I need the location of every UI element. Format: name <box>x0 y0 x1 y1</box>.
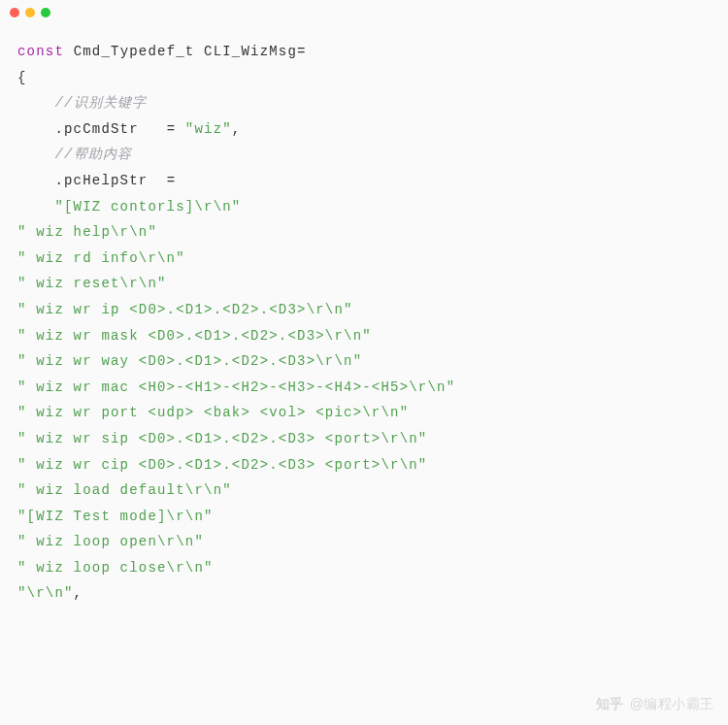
string-line: " wiz wr cip <D0>.<D1>.<D2>.<D3> <port>\… <box>17 457 427 473</box>
comment-keyid: //识别关键字 <box>54 95 147 111</box>
comment-help: //帮助内容 <box>54 147 132 162</box>
string-line: " wiz wr ip <D0>.<D1>.<D2>.<D3>\r\n" <box>17 302 353 317</box>
type-name: Cmd_Typedef_t <box>74 44 195 59</box>
string-line: "[WIZ Test mode]\r\n" <box>17 509 214 524</box>
comma: , <box>74 585 83 601</box>
close-icon[interactable] <box>10 8 19 17</box>
string-wiz: "wiz" <box>185 121 232 137</box>
string-line: " wiz rd info\r\n" <box>17 250 185 266</box>
string-line: " wiz wr mask <D0>.<D1>.<D2>.<D3>\r\n" <box>17 328 372 344</box>
window-titlebar <box>0 0 728 25</box>
string-head: "[WIZ contorls]\r\n" <box>54 199 241 214</box>
string-last: "\r\n" <box>17 585 74 601</box>
pad <box>139 121 167 137</box>
equals-op: = <box>297 44 307 59</box>
equals: = <box>167 121 185 137</box>
zoom-icon[interactable] <box>41 8 50 17</box>
equals: = <box>167 173 177 188</box>
string-line: " wiz load default\r\n" <box>17 482 232 498</box>
string-line: " wiz loop close\r\n" <box>17 560 214 576</box>
pad <box>148 173 166 188</box>
keyword-const: const <box>17 44 64 59</box>
string-line: " wiz wr way <D0>.<D1>.<D2>.<D3>\r\n" <box>17 353 362 369</box>
string-line: " wiz wr sip <D0>.<D1>.<D2>.<D3> <port>\… <box>17 431 427 446</box>
zhihu-icon: 知乎 <box>596 691 624 717</box>
string-line: " wiz help\r\n" <box>17 224 157 240</box>
string-line: " wiz reset\r\n" <box>17 276 167 291</box>
string-line: " wiz loop open\r\n" <box>17 534 204 549</box>
field-cmdstr: .pcCmdStr <box>54 121 138 137</box>
string-line: " wiz wr mac <H0>-<H1>-<H2>-<H3>-<H4>-<H… <box>17 379 455 395</box>
variable-name: CLI_WizMsg <box>204 44 297 59</box>
minimize-icon[interactable] <box>25 8 35 17</box>
comma: , <box>232 121 242 137</box>
code-block: const Cmd_Typedef_t CLI_WizMsg= { //识别关键… <box>0 25 728 616</box>
brace-open: { <box>17 70 27 85</box>
string-line: " wiz wr port <udp> <bak> <vol> <pic>\r\… <box>17 405 409 420</box>
field-helpstr: .pcHelpStr <box>54 173 148 188</box>
watermark-author: @编程小霸王 <box>630 691 714 717</box>
watermark: 知乎 @编程小霸王 <box>596 691 714 717</box>
